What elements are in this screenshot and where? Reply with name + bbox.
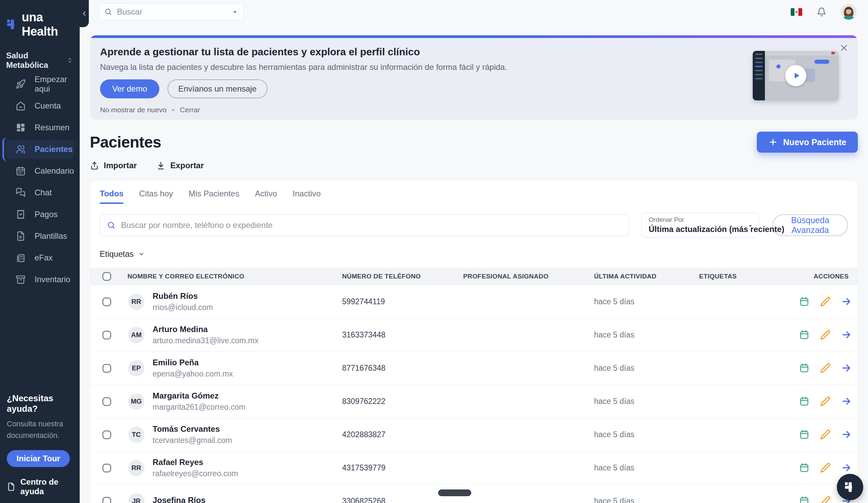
- pencil-icon: [820, 462, 831, 473]
- archive-icon: [16, 274, 26, 285]
- sidebar-item[interactable]: Empezar aqui: [6, 75, 74, 94]
- sidebar-item[interactable]: Resumen: [6, 118, 74, 137]
- patient-name: Rafael Reyes: [153, 458, 238, 467]
- user-avatar[interactable]: [841, 4, 857, 20]
- video-thumbnail[interactable]: [753, 51, 839, 100]
- arrow-right-icon: [841, 429, 852, 440]
- last-activity: hace 5 días: [594, 496, 699, 503]
- edit-patient-button[interactable]: [819, 462, 831, 474]
- import-button[interactable]: Importar: [90, 161, 137, 170]
- caret-down-icon[interactable]: [231, 9, 238, 15]
- edit-patient-button[interactable]: [819, 362, 831, 374]
- new-patient-button[interactable]: Nuevo Paciente: [757, 132, 858, 153]
- edit-patient-button[interactable]: [819, 329, 831, 341]
- open-patient-button[interactable]: [840, 396, 852, 407]
- workspace-switcher[interactable]: Salud Metabólica: [0, 51, 80, 70]
- row-checkbox[interactable]: [102, 497, 111, 503]
- global-search-input[interactable]: [117, 7, 227, 17]
- help-title: ¿Necesitas ayuda?: [7, 393, 73, 414]
- tab[interactable]: Citas hoy: [139, 189, 173, 198]
- patient-search[interactable]: [100, 214, 629, 236]
- sidebar-item[interactable]: Chat: [6, 183, 74, 202]
- row-checkbox[interactable]: [102, 430, 111, 439]
- tab[interactable]: Mis Pacientes: [188, 189, 239, 198]
- schedule-appointment-button[interactable]: [798, 495, 810, 503]
- patient-name: Arturo Medina: [153, 325, 258, 334]
- open-patient-button[interactable]: [840, 462, 852, 474]
- luna-assistant-fab[interactable]: [837, 474, 863, 500]
- row-checkbox[interactable]: [102, 397, 111, 406]
- schedule-appointment-button[interactable]: [798, 396, 810, 407]
- notifications-bell-icon[interactable]: [816, 7, 827, 17]
- start-tour-button[interactable]: Iniciar Tour: [7, 450, 70, 467]
- edit-patient-button[interactable]: [819, 296, 831, 308]
- tab[interactable]: Inactivo: [293, 189, 321, 198]
- edit-patient-button[interactable]: [819, 495, 831, 503]
- patient-avatar: EP: [128, 360, 144, 377]
- workspace-name: Salud Metabólica: [6, 51, 66, 70]
- table-row[interactable]: JR Josefina Ríos 3306825268 hace 5 días: [90, 485, 857, 503]
- open-patient-button[interactable]: [840, 362, 852, 374]
- patient-search-input[interactable]: [121, 220, 622, 230]
- row-checkbox[interactable]: [102, 364, 111, 373]
- schedule-appointment-button[interactable]: [798, 296, 810, 308]
- open-patient-button[interactable]: [840, 329, 852, 341]
- search-icon: [104, 8, 112, 16]
- sidebar-item[interactable]: Plantillas: [6, 227, 74, 246]
- sidebar-item[interactable]: eFax: [6, 248, 74, 267]
- tags-filter[interactable]: Etiquetas: [100, 249, 848, 259]
- row-checkbox[interactable]: [102, 297, 111, 306]
- sidebar-item[interactable]: Pacientes: [6, 140, 74, 159]
- sidebar-item[interactable]: Cuenta: [6, 96, 74, 115]
- help-center-link[interactable]: Centro de ayuda: [7, 477, 73, 496]
- play-icon: [792, 71, 801, 80]
- col-tags: ETIQUETAS: [699, 273, 798, 280]
- sidebar-item[interactable]: Calendario: [6, 162, 74, 181]
- patient-avatar: RR: [128, 294, 144, 310]
- open-patient-button[interactable]: [840, 296, 852, 308]
- view-demo-button[interactable]: Ver demo: [100, 79, 159, 99]
- open-patient-button[interactable]: [840, 429, 852, 441]
- edit-patient-button[interactable]: [819, 396, 831, 407]
- table-row[interactable]: RR Rafael Reyes rafaelreyes@correo.com 4…: [90, 451, 857, 485]
- dont-show-again-link[interactable]: No mostrar de nuevo: [100, 106, 166, 114]
- table-row[interactable]: RR Rubén Ríos rrios@icloud.com 599274411…: [90, 285, 857, 318]
- sidebar-collapse-button[interactable]: [80, 0, 89, 27]
- send-message-button[interactable]: Envíanos un mensaje: [167, 79, 268, 99]
- sidebar-item[interactable]: Pagos: [6, 205, 74, 224]
- patient-avatar: TC: [128, 427, 144, 443]
- tab[interactable]: Todos: [100, 189, 123, 198]
- arrow-right-icon: [841, 329, 852, 340]
- close-banner-link[interactable]: Cerrar: [180, 106, 200, 114]
- tab[interactable]: Activo: [255, 189, 277, 198]
- patient-email: rrios@icloud.com: [153, 303, 213, 312]
- users-icon: [16, 144, 26, 154]
- select-all-checkbox[interactable]: [102, 272, 111, 281]
- table-row[interactable]: TC Tomás Cervantes tcervantes@gmail.com …: [90, 418, 857, 451]
- row-checkbox[interactable]: [102, 331, 111, 339]
- export-button[interactable]: Exportar: [156, 161, 204, 170]
- table-row[interactable]: EP Emilio Peña epena@yahoo.com.mx 877167…: [90, 352, 857, 385]
- last-activity: hace 5 días: [594, 330, 699, 339]
- schedule-appointment-button[interactable]: [798, 362, 810, 374]
- brand-name: una Health: [22, 10, 74, 39]
- horizontal-scrollbar-thumb[interactable]: [438, 490, 471, 496]
- sidebar-item[interactable]: Inventario: [6, 270, 74, 289]
- global-search[interactable]: [98, 3, 244, 20]
- table-row[interactable]: MG Margarita Gómez margarita261@correo.c…: [90, 385, 857, 418]
- last-activity: hace 5 días: [594, 297, 699, 306]
- patients-card: Todos Citas hoy Mis Pacientes Activo Ina…: [90, 180, 858, 503]
- schedule-appointment-button[interactable]: [798, 429, 810, 441]
- calendar-icon: [16, 166, 26, 176]
- sort-by-select[interactable]: Ordenar Por Última actualización (más re…: [641, 213, 759, 238]
- row-checkbox[interactable]: [102, 464, 111, 472]
- schedule-appointment-button[interactable]: [798, 462, 810, 474]
- play-button[interactable]: [785, 65, 806, 86]
- banner-close-button[interactable]: [839, 43, 849, 53]
- language-flag-mexico[interactable]: [791, 8, 802, 16]
- col-actions: ACCIONES: [798, 273, 857, 280]
- patient-name: Josefina Ríos: [153, 495, 206, 503]
- schedule-appointment-button[interactable]: [798, 329, 810, 341]
- table-row[interactable]: AM Arturo Medina arturo.medina31@live.co…: [90, 318, 857, 352]
- edit-patient-button[interactable]: [819, 429, 831, 441]
